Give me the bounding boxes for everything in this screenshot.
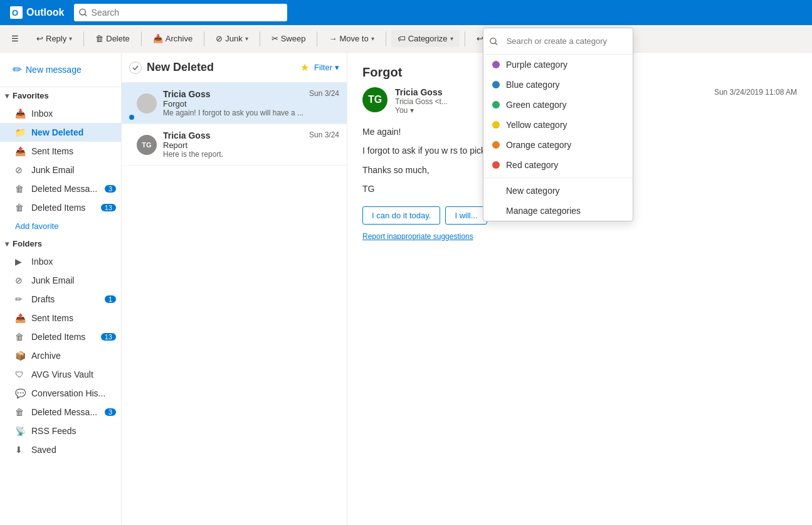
to-chevron-icon[interactable]: ▾ — [410, 106, 414, 115]
toolbar-divider-7 — [465, 31, 465, 46]
junk-button[interactable]: ⊘ Junk ▾ — [209, 30, 254, 47]
deleted-items-fav-badge: 13 — [101, 204, 116, 211]
deleted-messa-fav-badge: 3 — [105, 185, 116, 193]
category-dropdown: Purple category Blue category Green cate… — [483, 28, 633, 221]
drafts-folder-icon: ✏ — [15, 294, 25, 304]
search-input[interactable] — [92, 8, 283, 18]
sidebar-top: ✏ New message — [0, 53, 121, 87]
blue-dot — [492, 81, 500, 88]
toolbar-divider-3 — [204, 31, 204, 46]
drafts-badge: 1 — [105, 295, 116, 303]
deleted-messa-folder-icon: 🗑 — [15, 407, 25, 417]
category-item-orange[interactable]: Orange category — [483, 135, 633, 155]
category-item-red[interactable]: Red category — [483, 155, 633, 175]
favorites-collapse-icon: ▾ — [5, 92, 9, 100]
email-date: Sun 3/24/2019 11:08 AM — [714, 88, 797, 97]
message-content: Tricia Goss Sun 3/24 Report Here is the … — [163, 130, 339, 159]
delete-button[interactable]: 🗑 Delete — [89, 30, 136, 47]
sidebar-item-deleted-folder[interactable]: 🗑 Deleted Items 13 — [0, 327, 121, 346]
search-icon — [79, 8, 87, 17]
manage-categories-item[interactable]: Manage categories — [483, 201, 633, 221]
sidebar-item-deleted-messa-folder[interactable]: 🗑 Deleted Messa... 3 — [0, 403, 121, 422]
move-icon: → — [329, 34, 337, 43]
sidebar-item-new-deleted[interactable]: 📁 New Deleted — [0, 123, 121, 142]
inbox-folder-icon: ▶ — [15, 257, 25, 267]
sidebar-item-rss-folder[interactable]: 📡 RSS Feeds — [0, 422, 121, 440]
search-bar[interactable] — [74, 4, 287, 21]
deleted-items-fav-icon: 🗑 — [15, 203, 25, 213]
category-item-yellow[interactable]: Yellow category — [483, 115, 633, 135]
sidebar-item-conv-folder[interactable]: 💬 Conversation His... — [0, 384, 121, 403]
top-bar: O Outlook — [0, 0, 812, 25]
message-meta: Tricia Goss Sun 3/24 — [163, 130, 339, 141]
sidebar-item-avg-folder[interactable]: 🛡 AVG Virus Vault — [0, 365, 121, 384]
sidebar-item-deleted-messa-fav[interactable]: 🗑 Deleted Messa... 3 — [0, 179, 121, 198]
new-category-item[interactable]: New category — [483, 181, 633, 201]
add-favorite-button[interactable]: Add favorite — [0, 217, 121, 235]
junk-caret-icon: ▾ — [245, 35, 248, 42]
filter-button[interactable]: Filter ▾ — [314, 63, 339, 72]
move-to-button[interactable]: → Move to ▾ — [322, 30, 380, 47]
orange-dot — [492, 141, 500, 149]
category-item-purple[interactable]: Purple category — [483, 55, 633, 75]
sidebar-item-inbox-fav[interactable]: 📥 Inbox — [0, 104, 121, 123]
toolbar-divider-6 — [386, 31, 386, 46]
green-dot — [492, 101, 500, 109]
sweep-button[interactable]: ✂ Sweep — [265, 30, 312, 47]
purple-dot — [492, 61, 500, 68]
main-layout: ✏ New message ▾ Favorites 📥 Inbox 📁 New … — [0, 53, 812, 525]
quick-reply-1[interactable]: I can do it today. — [362, 206, 440, 225]
report-link[interactable]: Report inappropriate suggestions — [362, 232, 797, 241]
sidebar-item-inbox-folder[interactable]: ▶ Inbox — [0, 252, 121, 271]
message-preview: Here is the report. — [163, 150, 339, 159]
message-date: Sun 3/24 — [309, 89, 339, 98]
reply-button[interactable]: ↩ Reply ▾ — [30, 30, 78, 47]
yellow-dot — [492, 121, 500, 129]
delete-icon: 🗑 — [95, 34, 103, 43]
sent-fav-icon: 📤 — [15, 146, 25, 156]
sidebar-item-drafts-folder[interactable]: ✏ Drafts 1 — [0, 290, 121, 309]
favorites-section-header[interactable]: ▾ Favorites — [0, 87, 121, 104]
conv-folder-icon: 💬 — [15, 388, 25, 398]
reply-caret-icon: ▾ — [69, 35, 72, 42]
folders-section-header[interactable]: ▾ Folders — [0, 235, 121, 252]
category-item-blue[interactable]: Blue category — [483, 75, 633, 95]
archive-button[interactable]: 📥 Archive — [147, 30, 199, 47]
sidebar-item-archive-folder[interactable]: 📦 Archive — [0, 346, 121, 365]
outlook-logo-icon: O — [10, 6, 23, 19]
new-message-button[interactable]: ☰ — [5, 30, 28, 47]
svg-text:O: O — [12, 8, 18, 18]
new-deleted-icon: 📁 — [15, 127, 25, 137]
reply-icon: ↩ — [36, 34, 43, 43]
message-item[interactable]: Tricia Goss Sun 3/24 Forgot Me again! I … — [122, 83, 347, 124]
categorize-icon: 🏷 — [398, 34, 406, 43]
quick-reply-2[interactable]: I will... — [445, 206, 487, 225]
svg-point-4 — [490, 38, 496, 43]
category-search-input[interactable] — [502, 33, 626, 49]
category-search-icon — [490, 37, 498, 46]
message-list: New Deleted ★ Filter ▾ Tricia Goss Sun 3… — [122, 53, 347, 525]
select-all-checkbox[interactable] — [129, 61, 142, 74]
message-avatar — [137, 93, 157, 114]
sidebar-item-junk-folder[interactable]: ⊘ Junk Email — [0, 271, 121, 290]
toolbar-divider — [83, 31, 84, 46]
sidebar-item-sent-folder[interactable]: 📤 Sent Items — [0, 309, 121, 327]
message-list-header: New Deleted ★ Filter ▾ — [122, 53, 347, 83]
outlook-logo: O Outlook — [5, 6, 69, 19]
sidebar-item-deleted-items-fav[interactable]: 🗑 Deleted Items 13 — [0, 198, 121, 217]
archive-folder-icon: 📦 — [15, 351, 25, 361]
category-item-green[interactable]: Green category — [483, 95, 633, 115]
categorize-button[interactable]: 🏷 Categorize ▾ — [391, 30, 460, 47]
sidebar-item-junk-fav[interactable]: ⊘ Junk Email — [0, 161, 121, 179]
message-item[interactable]: TG Tricia Goss Sun 3/24 Report Here is t… — [122, 124, 347, 166]
message-avatar: TG — [137, 135, 157, 155]
folders-collapse-icon: ▾ — [5, 240, 9, 248]
deleted-messa-fav-icon: 🗑 — [15, 184, 25, 194]
new-message-button[interactable]: ✏ New message — [5, 58, 116, 82]
star-icon: ★ — [300, 61, 309, 73]
svg-line-5 — [495, 43, 497, 45]
sidebar-item-sent-items-fav[interactable]: 📤 Sent Items — [0, 142, 121, 161]
message-subject: Forgot — [163, 99, 339, 109]
svg-point-2 — [80, 9, 85, 14]
sidebar-item-saved-folder[interactable]: ⬇ Saved — [0, 440, 121, 459]
